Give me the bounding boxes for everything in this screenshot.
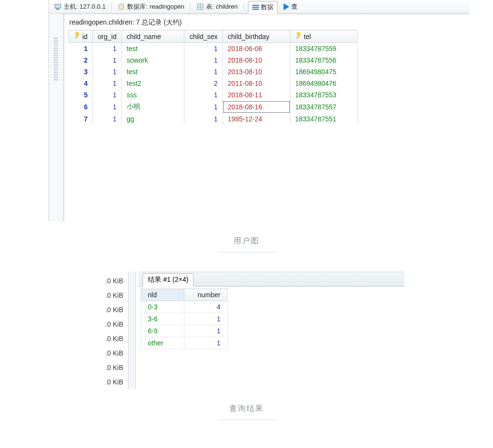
tab-data-label: 数据 [261, 3, 273, 12]
col-number[interactable]: number [184, 289, 228, 301]
table-row[interactable]: 0-34 [141, 301, 228, 313]
cell-tel[interactable]: 18334787559 [290, 43, 358, 55]
toolbar: 主机: 127.0.0.1 数据库: readingopen 表: childr… [49, 0, 469, 13]
cell-org-id[interactable]: 1 [93, 101, 122, 113]
cell-id[interactable]: 7 [69, 113, 93, 125]
cell-child-name[interactable]: test [122, 43, 184, 55]
cell-tel[interactable]: 18334787551 [290, 113, 358, 125]
play-icon [284, 3, 289, 10]
cell-id[interactable]: 2 [69, 54, 93, 66]
cell-tel[interactable]: 18334787557 [290, 101, 358, 113]
cell-nld[interactable]: 6-9 [141, 325, 184, 337]
cell-id[interactable]: 1 [69, 43, 93, 55]
result-tabstrip: 结果 #1 (2×4) [139, 272, 404, 287]
cell-org-id[interactable]: 1 [93, 43, 122, 55]
table-row[interactable]: 41test222011-08-1018694980476 [69, 78, 358, 89]
cell-number[interactable]: 1 [184, 337, 228, 349]
query-result-window: .0 KiB.0 KiB.0 KiB.0 KiB.0 KiB.0 KiB.0 K… [87, 272, 404, 389]
cell-child-name[interactable]: sss [122, 89, 184, 101]
col-org-id[interactable]: org_id [93, 30, 122, 43]
col-child-birthday[interactable]: child_birthday [223, 30, 290, 43]
cell-id[interactable]: 6 [69, 101, 93, 113]
cell-child-birthday[interactable]: 2018-08-10 [223, 54, 290, 66]
cell-number[interactable]: 4 [184, 301, 228, 313]
sidebar-collapsed[interactable] [49, 13, 64, 222]
cell-child-name[interactable]: 小明 [122, 101, 184, 113]
cell-tel[interactable]: 18334787556 [290, 54, 358, 66]
cell-child-sex[interactable]: 1 [184, 54, 223, 66]
splitter-gutter[interactable] [128, 272, 136, 389]
cell-child-name[interactable]: gg [122, 113, 184, 125]
tab-data[interactable]: 数据 [248, 1, 278, 13]
cell-child-sex[interactable]: 1 [184, 101, 223, 113]
caption-user-diagram: 用户图 [0, 236, 493, 246]
data-table[interactable]: id org_id child_name child_sex child_bir… [68, 30, 358, 125]
table-crumb[interactable]: 表: children [195, 1, 240, 12]
cell-number[interactable]: 1 [184, 313, 228, 325]
table-row[interactable]: 51sss12018-08-1118334787553 [69, 89, 358, 101]
cell-tel[interactable]: 18694980476 [290, 78, 358, 89]
cell-child-birthday[interactable]: 2011-08-10 [223, 78, 290, 89]
table-row[interactable]: 71gg11995-12-2418334787551 [69, 113, 358, 125]
table-row[interactable]: 61小明12018-08-1618334787557 [69, 101, 358, 113]
record-summary: readingopen.children: 7 总记录 (大约) [69, 18, 465, 27]
table-label: 表: children [206, 2, 238, 11]
cell-child-name[interactable]: test2 [122, 78, 184, 89]
col-tel[interactable]: tel [290, 30, 358, 43]
size-value: .0 KiB [87, 375, 125, 389]
cell-child-sex[interactable]: 1 [184, 89, 223, 101]
host-label: 主机: 127.0.0.1 [64, 2, 105, 11]
cell-child-sex[interactable]: 1 [184, 43, 223, 55]
cell-tel[interactable]: 18694980475 [290, 66, 358, 78]
cell-child-name[interactable]: sowork [122, 54, 184, 66]
table-row[interactable]: 3-61 [141, 313, 228, 325]
col-id[interactable]: id [69, 30, 93, 43]
col-nld[interactable]: nld [141, 289, 184, 301]
caption-query-result: 查询结果 [0, 404, 493, 414]
cell-tel[interactable]: 18334787553 [290, 89, 358, 101]
cell-id[interactable]: 4 [69, 78, 93, 89]
size-value: .0 KiB [87, 346, 125, 360]
cell-id[interactable]: 5 [69, 89, 93, 101]
table-row[interactable]: 6-91 [141, 325, 228, 337]
size-value: .0 KiB [87, 360, 125, 375]
cell-org-id[interactable]: 1 [93, 89, 122, 101]
table-row[interactable]: 31test12013-08-1018694980475 [69, 66, 358, 78]
cell-child-birthday[interactable]: 2018-08-16 [223, 101, 290, 113]
cell-org-id[interactable]: 1 [93, 113, 122, 125]
cell-id[interactable]: 3 [69, 66, 93, 78]
cell-child-sex[interactable]: 1 [184, 66, 223, 78]
cell-child-name[interactable]: test [122, 66, 184, 78]
cell-org-id[interactable]: 1 [93, 78, 122, 89]
table-row[interactable]: 11test12018-06-0618334787559 [69, 43, 358, 55]
col-child-sex[interactable]: child_sex [184, 30, 223, 43]
separator [111, 2, 112, 11]
separator [244, 2, 244, 11]
tab-result-1[interactable]: 结果 #1 (2×4) [143, 273, 194, 287]
separator [190, 2, 191, 11]
caption-separator [218, 252, 275, 252]
cell-nld[interactable]: 0-3 [141, 301, 184, 313]
cell-nld[interactable]: other [141, 337, 184, 349]
cell-child-sex[interactable]: 2 [184, 78, 223, 89]
cell-child-birthday[interactable]: 1995-12-24 [223, 113, 290, 125]
cell-child-birthday[interactable]: 2013-08-10 [223, 66, 290, 78]
table-icon [196, 3, 204, 11]
col-child-name[interactable]: child_name [122, 30, 184, 43]
run-query-button[interactable]: 查 [282, 1, 299, 12]
cell-org-id[interactable]: 1 [93, 54, 122, 66]
cell-child-birthday[interactable]: 2018-06-06 [223, 43, 290, 55]
result-pane: 结果 #1 (2×4) nld number 0-343-616-91other… [139, 272, 404, 389]
cell-child-sex[interactable]: 1 [184, 113, 223, 125]
table-row[interactable]: other1 [141, 337, 228, 349]
size-value: .0 KiB [87, 288, 125, 303]
drag-handle[interactable] [54, 38, 58, 81]
cell-org-id[interactable]: 1 [93, 66, 122, 78]
cell-nld[interactable]: 3-6 [141, 313, 184, 325]
cell-child-birthday[interactable]: 2018-08-11 [223, 89, 290, 101]
table-row[interactable]: 21sowork12018-08-1018334787556 [69, 54, 358, 66]
result-table[interactable]: nld number 0-343-616-91other1 [141, 289, 228, 349]
cell-number[interactable]: 1 [184, 325, 228, 337]
database-crumb[interactable]: 数据库: readingopen [116, 1, 186, 12]
host-crumb[interactable]: 主机: 127.0.0.1 [52, 1, 107, 12]
